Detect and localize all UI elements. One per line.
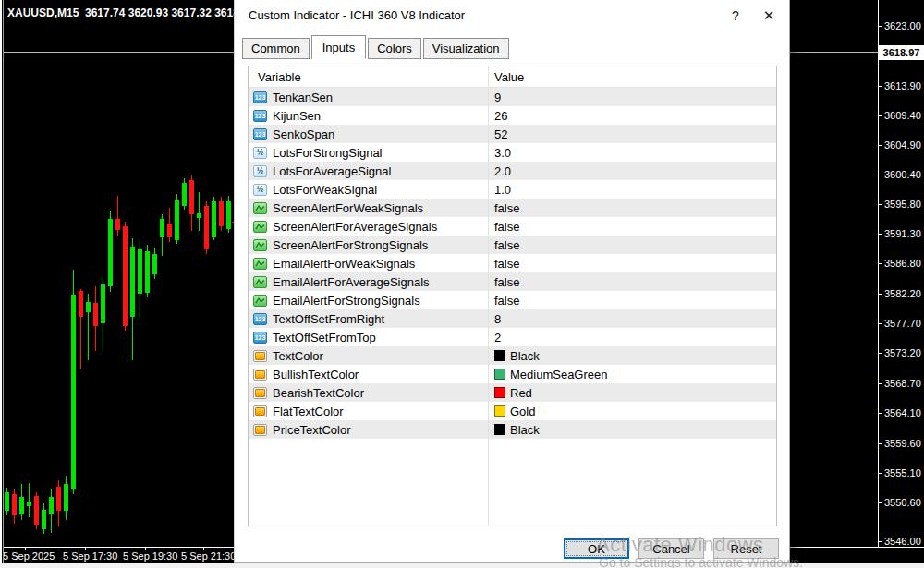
table-row[interactable]: PriceTextColorBlack [249, 420, 776, 439]
candle-body [27, 502, 31, 506]
color-chip [255, 389, 265, 397]
candle-body [42, 510, 46, 529]
dialog-titlebar[interactable]: Custom Indicator - ICHI 360 V8 Indicator… [235, 0, 789, 30]
table-row[interactable]: 123KijunSen26 [249, 106, 776, 125]
help-icon[interactable]: ? [719, 0, 752, 30]
num-icon: 123 [253, 91, 267, 103]
table-row[interactable]: TextColorBlack [249, 346, 776, 365]
param-value: 2.0 [494, 164, 511, 178]
table-row[interactable]: EmailAlertForAverageSignalsfalse [249, 272, 776, 291]
price-axis-tick [879, 473, 882, 474]
param-value-cell[interactable]: 3.0 [488, 146, 776, 160]
price-axis-label: 3613.90 [884, 80, 921, 91]
param-name-cell: BearishTextColor [249, 386, 488, 400]
table-row[interactable]: ½LotsForWeakSignal1.0 [249, 180, 776, 199]
param-name-cell: ScreenAlertForWeakSignals [249, 201, 488, 215]
candle-body [71, 295, 76, 489]
param-name-cell: ScreenAlertForStrongSignals [249, 238, 488, 252]
table-row[interactable]: ½LotsForAverageSignal2.0 [249, 162, 776, 180]
table-row[interactable]: 123SenkoSpan52 [249, 125, 776, 143]
candle-body [56, 487, 61, 511]
table-row[interactable]: ½LotsForStrongSignal3.0 [249, 143, 776, 162]
window-bottom-edge [0, 563, 924, 568]
param-value: Red [510, 386, 532, 400]
dialog-buttons: OK Cancel Reset [564, 538, 779, 559]
candle-body [145, 251, 150, 293]
param-name: BullishTextColor [273, 368, 359, 381]
param-name: PriceTextColor [273, 423, 351, 437]
param-value-cell[interactable]: MediumSeaGreen [488, 368, 776, 381]
param-value-cell[interactable]: 2.0 [488, 164, 776, 178]
ok-button[interactable]: OK [564, 538, 629, 559]
price-axis-tick [879, 26, 882, 27]
candle-body [12, 494, 17, 515]
alert-icon [253, 202, 267, 214]
table-row[interactable]: FlatTextColorGold [249, 402, 776, 420]
param-value-cell[interactable]: Black [488, 423, 776, 437]
cancel-button[interactable]: Cancel [638, 538, 704, 559]
candle-body [219, 201, 224, 226]
price-axis-tick [879, 502, 882, 503]
param-value-cell[interactable]: false [488, 220, 776, 234]
price-axis-tick [879, 443, 882, 444]
color-swatch [494, 405, 505, 417]
tab-colors[interactable]: Colors [368, 38, 421, 59]
param-name-cell: EmailAlertForStrongSignals [249, 294, 488, 308]
color-icon [253, 405, 267, 417]
candle-wick [199, 192, 200, 231]
column-header-variable: Variable [249, 70, 488, 84]
candle-body [167, 224, 172, 237]
tab-inputs[interactable]: Inputs [311, 35, 366, 59]
candle-body [152, 254, 157, 274]
param-value-cell[interactable]: 1.0 [488, 183, 776, 197]
table-row[interactable]: BearishTextColorRed [249, 383, 776, 402]
param-value-cell[interactable]: 26 [488, 109, 776, 123]
close-icon[interactable]: ✕ [752, 0, 785, 30]
table-row[interactable]: 123TextOffSetFromRight8 [249, 309, 776, 328]
column-divider[interactable] [488, 66, 489, 526]
price-axis-tick [879, 234, 882, 235]
param-name-cell: 123KijunSen [249, 109, 488, 123]
param-value-cell[interactable]: false [488, 257, 776, 271]
param-value-cell[interactable]: false [488, 275, 776, 289]
price-axis-tick [879, 323, 882, 324]
price-axis-label: 3573.20 [884, 347, 921, 358]
table-row[interactable]: ScreenAlertForStrongSignalsfalse [249, 236, 776, 254]
table-row[interactable]: BullishTextColorMediumSeaGreen [249, 365, 776, 383]
time-axis-label: 5 Sep 2025 [3, 550, 55, 562]
param-name-cell: PriceTextColor [249, 423, 488, 437]
table-row[interactable]: 123TextOffSetFromTop2 [249, 328, 776, 346]
param-value: 9 [494, 91, 501, 104]
param-value-cell[interactable]: 2 [488, 331, 776, 344]
candle-body [86, 302, 91, 312]
table-row[interactable]: 123TenkanSen9 [249, 88, 776, 106]
param-value-cell[interactable]: Gold [488, 405, 776, 418]
price-axis-label: 3564.10 [884, 407, 921, 418]
table-row[interactable]: ScreenAlertForWeakSignalsfalse [249, 199, 776, 217]
candle-body [108, 219, 113, 286]
table-row[interactable]: ScreenAlertForAverageSignalsfalse [249, 217, 776, 236]
reset-button[interactable]: Reset [713, 538, 779, 559]
param-name-cell: ½LotsForStrongSignal [249, 146, 488, 160]
param-name: TextColor [273, 349, 323, 363]
table-row[interactable]: EmailAlertForWeakSignalsfalse [249, 254, 776, 272]
tab-common[interactable]: Common [242, 38, 310, 59]
param-name: EmailAlertForStrongSignals [273, 294, 420, 308]
param-value-cell[interactable]: false [488, 201, 776, 215]
param-value-cell[interactable]: Red [488, 386, 776, 400]
param-value-cell[interactable]: false [488, 238, 776, 252]
param-value-cell[interactable]: false [488, 294, 776, 308]
param-value: false [494, 238, 519, 252]
param-value-cell[interactable]: 9 [488, 91, 776, 104]
tab-visualization[interactable]: Visualization [423, 38, 509, 59]
param-value: false [494, 220, 519, 234]
color-chip [255, 426, 265, 434]
param-value-cell[interactable]: 8 [488, 312, 776, 326]
param-name: BearishTextColor [273, 386, 364, 400]
dialog-title: Custom Indicator - ICHI 360 V8 Indicator [249, 8, 465, 22]
table-row[interactable]: EmailAlertForStrongSignalsfalse [249, 291, 776, 309]
candle-body [197, 213, 201, 218]
param-value-cell[interactable]: 52 [488, 127, 776, 141]
param-value-cell[interactable]: Black [488, 349, 776, 363]
price-axis-label: 3623.00 [884, 20, 921, 31]
